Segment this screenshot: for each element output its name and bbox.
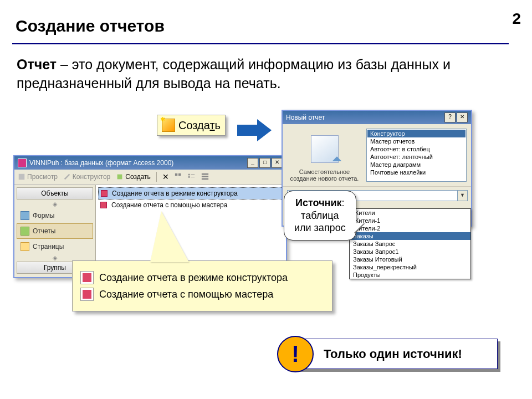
drop-item-selected[interactable]: Заказы: [350, 232, 470, 240]
help-button[interactable]: ?: [444, 112, 456, 122]
svg-rect-6: [188, 176, 190, 178]
toolbar-preview[interactable]: Просмотр: [18, 173, 58, 181]
report-preview-icon: [311, 135, 339, 163]
toolbar-design[interactable]: Конструктор: [63, 173, 110, 181]
report-icon: [99, 201, 108, 209]
source-callout: Источник: таблица или запрос: [284, 191, 356, 241]
desc-term: Отчет: [17, 57, 57, 72]
drop-item[interactable]: Продукты: [350, 271, 470, 279]
option-constructor[interactable]: Конструктор: [367, 130, 466, 137]
preview-icon: [18, 173, 25, 181]
create-button-callout: Создать: [157, 115, 226, 136]
sidebar-item-pages[interactable]: Страницы: [17, 239, 93, 254]
svg-rect-1: [117, 175, 122, 180]
svg-rect-9: [202, 176, 208, 177]
callout-row-wizard: Создание отчета с помощью мастера: [80, 288, 324, 301]
drop-item[interactable]: Жители: [350, 209, 470, 217]
desc-text: – это документ, содержащий информацию из…: [17, 57, 451, 91]
main-row-wizard[interactable]: Создание отчета с помощью мастера: [98, 200, 284, 211]
svg-rect-8: [202, 173, 208, 175]
toolbar-list-icons[interactable]: [188, 173, 196, 181]
new-icon: [116, 173, 124, 181]
slide-number: 2: [512, 10, 521, 28]
drop-item[interactable]: Заказы_перекрестный: [350, 263, 470, 271]
slide-title: Создание отчетов: [16, 17, 165, 35]
option-auto-column[interactable]: Автоотчет: в столбец: [367, 145, 466, 153]
drop-item[interactable]: Жители-2: [350, 224, 470, 232]
drop-item[interactable]: Заказы Запрос: [350, 240, 470, 248]
drop-item[interactable]: Жители-1: [350, 217, 470, 224]
svg-rect-4: [188, 174, 190, 176]
main-row-design[interactable]: Создание отчета в режиме конструктора: [98, 187, 284, 200]
toolbar-create[interactable]: Создать: [116, 173, 151, 181]
db-app-icon: [18, 158, 27, 167]
svg-rect-7: [191, 177, 195, 177]
svg-rect-3: [178, 173, 181, 176]
svg-rect-2: [175, 173, 177, 176]
new-report-preview-pane: Самостоятельное создание нового отчета.: [287, 129, 362, 182]
drop-item[interactable]: Заказы Итоговый: [350, 255, 470, 263]
toolbar-delete[interactable]: ✕: [162, 172, 169, 181]
warning-box: Только один источник!: [293, 339, 498, 369]
toolbar-details-icons[interactable]: [201, 173, 209, 181]
new-report-caption: Самостоятельное создание нового отчета.: [287, 168, 362, 182]
new-report-options-list[interactable]: Конструктор Мастер отчетов Автоотчет: в …: [366, 129, 467, 182]
close-button[interactable]: ✕: [272, 158, 283, 168]
option-wizard[interactable]: Мастер отчетов: [367, 137, 466, 145]
minimize-button[interactable]: _: [247, 158, 258, 168]
warning-exclamation-icon: !: [277, 336, 314, 372]
maximize-button[interactable]: □: [259, 158, 270, 168]
source-callout-line3: или запрос: [294, 222, 346, 234]
svg-rect-0: [19, 174, 25, 180]
forms-icon: [21, 211, 29, 220]
db-title-text: VINNIPuh : база данных (формат Access 20…: [29, 159, 173, 167]
source-dropdown-list[interactable]: Жители Жители-1 Жители-2 Заказы Заказы З…: [349, 208, 471, 279]
warning-text: Только один источник!: [324, 347, 462, 361]
slide-description: Отчет – это документ, содержащий информа…: [17, 55, 504, 93]
toolbar-separator: [156, 172, 157, 182]
drop-item[interactable]: Заказы Запрос1: [350, 248, 470, 255]
divider: [12, 43, 509, 44]
db-toolbar: Просмотр Конструктор Создать ✕: [14, 170, 286, 185]
sidebar-item-forms[interactable]: Формы: [17, 208, 93, 223]
report-icon: [80, 288, 94, 301]
option-chart-wizard[interactable]: Мастер диаграмм: [367, 161, 466, 168]
svg-rect-10: [202, 178, 208, 180]
db-titlebar: VINNIPuh : база данных (формат Access 20…: [14, 156, 286, 170]
report-icon: [100, 189, 109, 198]
ruler-icon: [63, 173, 71, 181]
option-auto-tabular[interactable]: Автоотчет: ленточный: [367, 153, 466, 161]
pages-icon: [21, 242, 29, 251]
reports-icon: [21, 227, 29, 236]
sidebar-header-objects[interactable]: Объекты: [17, 187, 93, 200]
callout-row-design: Создание отчета в режиме конструктора: [80, 271, 324, 284]
dropdown-arrow-icon[interactable]: ▼: [457, 191, 467, 201]
source-callout-line2: таблица: [294, 209, 346, 222]
create-button-label[interactable]: Создать: [178, 119, 221, 132]
source-callout-bold: Источник: [295, 197, 341, 208]
dialog-close-button[interactable]: ✕: [457, 112, 468, 122]
new-report-titlebar: Новый отчет ? ✕: [283, 111, 471, 124]
options-callout: Создание отчета в режиме конструктора Со…: [72, 260, 332, 311]
toolbar-small-icons[interactable]: [175, 173, 182, 181]
new-report-title-text: Новый отчет: [286, 114, 325, 121]
report-icon: [80, 271, 94, 284]
new-item-icon: [162, 119, 175, 132]
sidebar-item-reports[interactable]: Отчеты: [17, 223, 93, 239]
option-labels[interactable]: Почтовые наклейки: [367, 168, 466, 176]
svg-rect-5: [191, 175, 195, 175]
